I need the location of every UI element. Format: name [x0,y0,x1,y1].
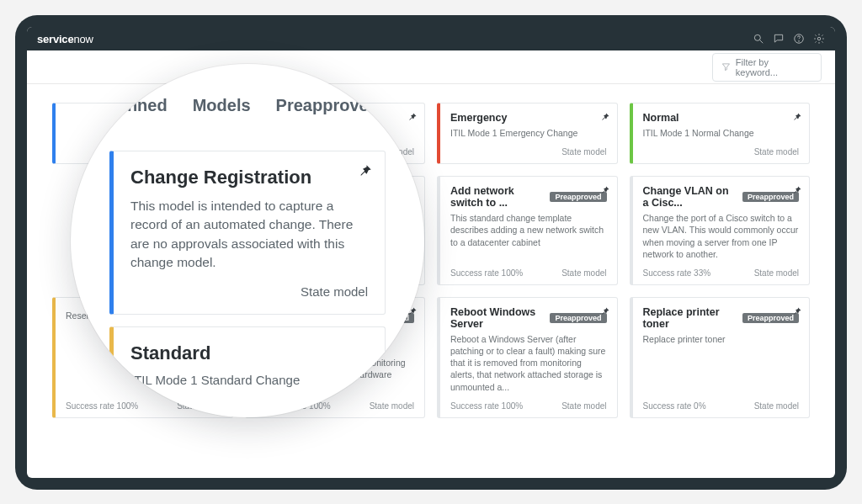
card-title: Emergency [450,112,607,124]
badge-preapproved: Preapproved [742,192,799,202]
card-footer-r: State model [370,401,414,411]
filter-input[interactable]: Filter by keyword... [712,53,822,82]
topbar: servicenow [27,27,835,50]
svg-point-4 [817,37,821,40]
brand-part-b: now [73,33,93,45]
card-sub: ITIL Mode 1 Emergency Change [450,127,607,139]
svg-point-0 [754,34,760,40]
funnel-icon [721,62,731,72]
card-sub: ITIL Mode 1 Normal Change [643,127,800,139]
card-add-switch[interactable]: Add network switch to ...Preapproved Thi… [437,176,618,285]
card-footer-r: State model [561,268,606,278]
zoom-card-change-registration[interactable]: Change Registration This model is intend… [109,151,386,315]
card-change-vlan[interactable]: Change VLAN on a Cisc...Preapproved Chan… [630,176,811,285]
card-footer-l: Success rate 0% [643,401,706,411]
card-footer-l: Success rate 33% [643,268,711,278]
card-title: Replace printer toner [643,306,737,330]
card-title: Change VLAN on a Cisc... [643,185,737,209]
search-icon[interactable] [753,33,764,45]
filter-placeholder: Filter by keyword... [736,57,812,77]
brand-logo: servicenow [37,33,93,45]
badge-preapproved: Preapproved [550,313,606,323]
card-footer-r: State model [561,401,606,411]
pin-icon[interactable] [600,183,610,194]
zoom-card-title: Standard [130,342,368,364]
svg-line-1 [760,40,764,44]
pin-icon[interactable] [407,110,418,120]
tabs: Pinned Models Preapproved All [109,91,386,129]
zoom-card-state: State model [130,284,368,299]
card-toner[interactable]: Replace printer tonerPreapproved Replace… [630,297,811,418]
card-footer-r: State model [754,147,799,157]
zoom-card-sub: ITIL Mode 1 Standard Change [130,373,368,387]
card-sub: Reboot a Windows Server (after patching … [450,333,607,393]
pin-icon[interactable] [600,110,610,120]
zoom-lens: Pinned Models Preapproved All Change Reg… [71,64,424,417]
card-footer-l: Success rate 100% [66,401,138,411]
pin-icon[interactable] [792,305,802,315]
gear-icon[interactable] [813,33,825,45]
card-sub: Replace printer toner [643,333,800,345]
card-normal[interactable]: Normal ITIL Mode 1 Normal Change State m… [630,103,811,164]
card-sub: Change the port of a Cisco switch to a n… [643,212,800,260]
card-reboot[interactable]: Reboot Windows ServerPreapproved Reboot … [437,297,618,418]
pin-icon[interactable] [792,183,802,194]
card-footer-r: State model [754,268,799,278]
brand-part-a: service [37,33,73,45]
card-title: Normal [643,112,800,124]
badge-preapproved: Preapproved [742,313,799,323]
pin-icon[interactable] [600,305,610,315]
card-title: Add network switch to ... [450,185,545,209]
badge-preapproved: Preapproved [550,192,606,202]
card-sub: This standard change template describes … [450,212,607,248]
svg-point-3 [799,41,800,42]
screen: servicenow Filter by keyword... State mo… [27,27,835,478]
help-icon[interactable] [793,33,805,45]
zoom-card-desc: This model is intended to capture a reco… [130,197,368,273]
card-footer-r: State model [754,401,799,411]
card-emergency[interactable]: Emergency ITIL Mode 1 Emergency Change S… [437,103,618,164]
toolbar: Filter by keyword... [27,50,835,84]
tab-models[interactable]: Models [191,91,253,129]
card-footer-r: State model [561,147,606,157]
device-frame: servicenow Filter by keyword... State mo… [15,15,847,490]
card-footer-l: Success rate 100% [450,268,523,278]
pin-icon[interactable] [358,163,373,178]
chat-icon[interactable] [773,33,785,45]
topbar-icons [753,33,825,45]
card-title: Reboot Windows Server [450,306,545,330]
zoom-card-title: Change Registration [130,167,368,188]
card-footer-l: Success rate 100% [450,401,523,411]
pin-icon[interactable] [792,110,802,120]
